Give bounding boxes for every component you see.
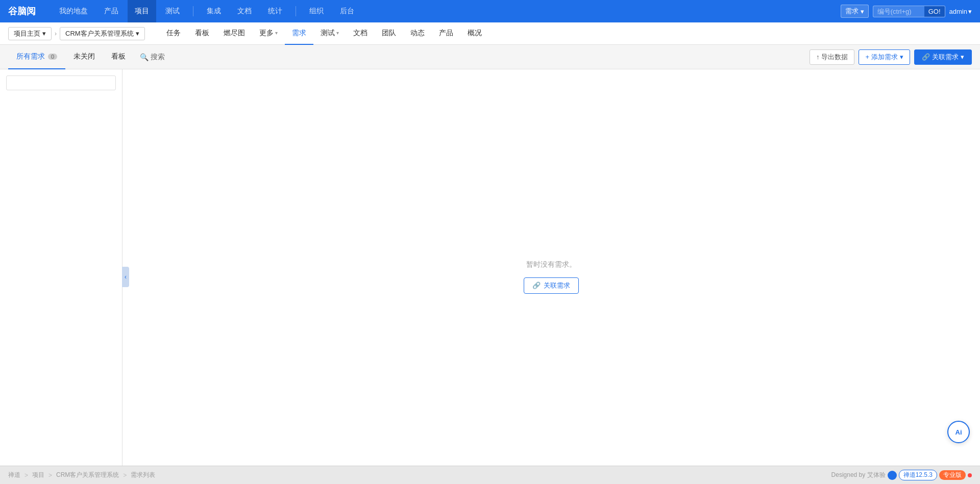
sec-nav-more[interactable]: 更多 ▾ [252, 22, 285, 45]
main-layout: ‹ 暂时没有需求。 🔗 关联需求 [0, 69, 980, 484]
tab-kanban[interactable]: 看板 [103, 45, 134, 69]
chevron-down-icon-add: ▾ [900, 53, 903, 61]
export-icon: ↑ [816, 53, 820, 61]
footer-version-badge: 禅道12.5.3 [899, 470, 937, 480]
footer-status-dot [968, 473, 972, 477]
add-demand-button[interactable]: + 添加需求 ▾ [859, 49, 910, 65]
sec-nav-burndown[interactable]: 燃尽图 [216, 22, 252, 45]
content-area: 暂时没有需求。 🔗 关联需求 [122, 69, 980, 484]
footer-breadcrumb: 禅道 > 项目 > CRM客户关系管理系统 > 需求列表 [8, 471, 155, 479]
nav-item-project[interactable]: 项目 [128, 0, 156, 22]
nav-item-docs[interactable]: 文档 [230, 0, 259, 22]
ai-button[interactable]: Ai [947, 421, 970, 443]
go-button[interactable]: GO! [924, 6, 945, 17]
footer-right: Designed by 艾体验 禅道12.5.3 专业版 [831, 470, 972, 480]
nav-item-stats[interactable]: 统计 [261, 0, 289, 22]
breadcrumb-project[interactable]: CRM客户关系管理系统 ▾ [60, 27, 145, 40]
sidebar: ‹ [0, 69, 122, 484]
nav-divider-1 [193, 6, 193, 16]
link-demand-button-empty[interactable]: 🔗 关联需求 [524, 277, 579, 294]
sec-nav-test[interactable]: 测试 ▾ [313, 22, 346, 45]
demand-count-badge: 0 [48, 54, 57, 60]
nav-item-my-desk[interactable]: 我的地盘 [52, 0, 95, 22]
toolbar-search[interactable]: 🔍 搜索 [134, 53, 171, 62]
chevron-down-icon-more: ▾ [275, 30, 278, 36]
nav-item-product[interactable]: 产品 [97, 0, 126, 22]
footer-sep-1: > [24, 472, 28, 479]
demand-selector[interactable]: 需求 ▾ [841, 5, 869, 18]
toolbar-right: ↑ 导出数据 + 添加需求 ▾ 🔗 关联需求 ▾ [810, 49, 972, 65]
secondary-nav-items: 任务 看板 燃尽图 更多 ▾ 需求 测试 ▾ 文档 团队 动态 产品 概况 [159, 22, 489, 45]
breadcrumb-home[interactable]: 项目主页 ▾ [8, 27, 52, 40]
chevron-down-icon: ▾ [861, 8, 864, 15]
top-nav: 谷脑阅 我的地盘 产品 项目 测试 集成 文档 统计 组织 后台 需求 ▾ GO… [0, 0, 980, 22]
footer-sep-3: > [123, 472, 127, 479]
chevron-down-icon-test: ▾ [336, 30, 339, 36]
logo[interactable]: 谷脑阅 [8, 5, 36, 17]
admin-menu[interactable]: admin ▾ [949, 8, 972, 15]
footer-pro-badge: 专业版 [939, 470, 966, 480]
chevron-down-icon-link: ▾ [961, 53, 964, 61]
footer-breadcrumb-projects: 项目 [32, 471, 44, 479]
nav-item-org[interactable]: 组织 [302, 0, 331, 22]
nav-item-backend[interactable]: 后台 [333, 0, 361, 22]
plus-icon: + [865, 53, 869, 61]
sec-nav-activity[interactable]: 动态 [403, 22, 432, 45]
chevron-down-icon-home: ▾ [42, 30, 46, 37]
link-demand-button-main[interactable]: 🔗 关联需求 ▾ [914, 49, 972, 65]
top-nav-items: 我的地盘 产品 项目 测试 集成 文档 统计 组织 后台 [52, 0, 841, 22]
link-icon-empty: 🔗 [532, 282, 541, 289]
id-input-group: GO! [873, 6, 945, 17]
tab-all-demands[interactable]: 所有需求 0 [8, 45, 65, 69]
sec-nav-team[interactable]: 团队 [375, 22, 403, 45]
chevron-down-icon-admin: ▾ [968, 8, 972, 15]
footer-breadcrumb-home: 禅道 [8, 471, 20, 479]
sec-nav-docs[interactable]: 文档 [346, 22, 375, 45]
breadcrumb: 项目主页 ▾ › CRM客户关系管理系统 ▾ [8, 27, 145, 40]
footer-logo-icon [888, 471, 897, 480]
footer-breadcrumb-crm: CRM客户关系管理系统 [56, 471, 119, 479]
nav-item-test[interactable]: 测试 [158, 0, 187, 22]
sidebar-search-input[interactable] [6, 75, 116, 90]
breadcrumb-separator: › [55, 30, 57, 37]
footer: 禅道 > 项目 > CRM客户关系管理系统 > 需求列表 Designed by… [0, 466, 980, 484]
id-input[interactable] [873, 6, 924, 17]
footer-breadcrumb-demand-list: 需求列表 [131, 471, 155, 479]
empty-state: 暂时没有需求。 🔗 关联需求 [524, 260, 579, 294]
footer-designed-by: Designed by 艾体验 [831, 471, 886, 479]
nav-divider-2 [296, 6, 296, 16]
search-icon: 🔍 [140, 53, 149, 61]
sec-nav-task[interactable]: 任务 [159, 22, 188, 45]
chevron-down-icon-project: ▾ [136, 30, 139, 37]
chevron-left-icon: ‹ [125, 273, 127, 281]
toolbar: 所有需求 0 未关闭 看板 🔍 搜索 ↑ 导出数据 + 添加需求 ▾ 🔗 关联需… [0, 45, 980, 69]
top-nav-right: 需求 ▾ GO! admin ▾ [841, 5, 972, 18]
tab-unclosed[interactable]: 未关闭 [65, 45, 103, 69]
footer-sep-2: > [48, 472, 52, 479]
sidebar-collapse-button[interactable]: ‹ [122, 267, 129, 287]
sec-nav-kanban[interactable]: 看板 [188, 22, 216, 45]
link-icon-main: 🔗 [922, 53, 930, 61]
sec-nav-product[interactable]: 产品 [432, 22, 460, 45]
sec-nav-overview[interactable]: 概况 [460, 22, 489, 45]
sec-nav-demand[interactable]: 需求 [285, 22, 313, 45]
empty-state-text: 暂时没有需求。 [526, 260, 576, 269]
export-button[interactable]: ↑ 导出数据 [810, 49, 855, 65]
secondary-nav: 项目主页 ▾ › CRM客户关系管理系统 ▾ 任务 看板 燃尽图 更多 ▾ 需求… [0, 22, 980, 45]
nav-item-integration[interactable]: 集成 [200, 0, 228, 22]
